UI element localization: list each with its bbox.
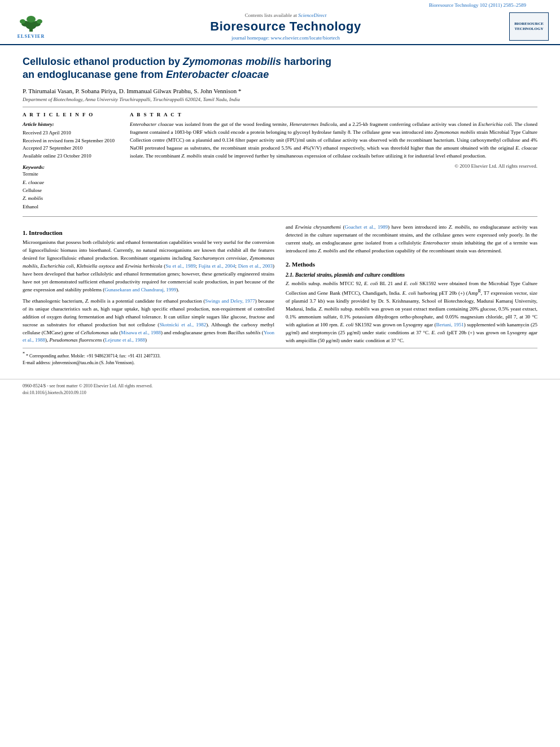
abstract-italic-start: Enterobacter cloacae (130, 121, 174, 127)
keywords-list: Termite E. cloacae Cellulose Z. mobilis … (23, 170, 119, 211)
accepted-row: Accepted 27 September 2010 (23, 145, 119, 152)
abstract-header: A B S T R A C T (130, 112, 537, 117)
page-footer: 0960-8524/$ - see front matter © 2010 El… (0, 379, 560, 400)
ref-gun1999: Gunasekaran and Chandraraj, 1999 (104, 287, 176, 292)
available-row: Available online 23 October 2010 (23, 152, 119, 160)
journal-main-title: Bioresource Technology (62, 19, 509, 34)
affiliation-line: Department of Biotechnology, Anna Univer… (23, 97, 537, 102)
keyword-3: Cellulose (23, 186, 119, 194)
keyword-5: Ethanol (23, 203, 119, 211)
divider-2 (23, 216, 537, 217)
elsevier-text: ELSEVIER (18, 34, 45, 39)
article-info-col: A R T I C L E I N F O Article history: R… (23, 112, 119, 211)
copyright-line: © 2010 Elsevier Ltd. All rights reserved… (130, 163, 537, 169)
methods-title: Methods (292, 261, 315, 268)
footnote-corresponding: * Corresponding author. Mobile: +91 9486… (26, 353, 161, 359)
ref-fujita2004: Fujita et al., 2004 (199, 263, 235, 269)
sciencedirect-line: Contents lists available at ScienceDirec… (62, 12, 509, 18)
methods-section-title: 2. Methods (286, 261, 537, 268)
revised-row: Received in revised form 24 September 20… (23, 137, 119, 145)
ref-lejeune1988: Lejeune et al., 1988 (105, 337, 145, 343)
footnote-star-symbol: * (23, 351, 25, 356)
footnote-star-line: * * Corresponding author. Mobile: +91 94… (23, 351, 537, 360)
ref-su1989: Su et al., 1989 (165, 263, 195, 269)
sciencedirect-link: ScienceDirect (298, 12, 326, 18)
page-container: Bioresource Technology 102 (2011) 2585–2… (0, 0, 560, 747)
footnote-email-line: E-mail address: johnvennison@tau.edu.in … (23, 360, 537, 366)
ref-dien2003: Dien et al., 2003 (238, 263, 273, 269)
bioresource-logo-text: BIORESOURCETECHNOLOGY (514, 21, 544, 32)
methods-num: 2. (286, 261, 290, 268)
intro-title: Introduction (29, 229, 63, 236)
journal-homepage: journal homepage: www.elsevier.com/locat… (62, 35, 509, 41)
title-part2: harboring (281, 56, 331, 67)
title-part1: Cellulosic ethanol production by (23, 56, 183, 67)
body-right-col: and Erwinia chrysanthemi (Goachet et al.… (286, 224, 537, 344)
bacterial-subsection-title: 2.1. Bacterial strains, plasmids and cul… (286, 272, 537, 278)
abstract-col: A B S T R A C T Enterobacter cloacae was… (130, 112, 537, 211)
ref-swings1977: Swings and Deley, 1977 (205, 298, 255, 304)
intro-para1: Microorganisms that possess both cellulo… (23, 239, 274, 294)
title-line2-part1: an endoglucanase gene from (23, 69, 166, 80)
citation-text: Bioresource Technology 102 (2011) 2585–2… (429, 2, 526, 8)
authors-text: P. Thirumalai Vasan, P. Sobana Piriya, D… (23, 88, 241, 94)
right-para-continuation: and Erwinia chrysanthemi (Goachet et al.… (286, 224, 537, 255)
article-info-abstract-cols: A R T I C L E I N F O Article history: R… (23, 112, 537, 211)
ref-goachet1989: Goachet et al., 1989 (344, 224, 387, 230)
ref-skotnicki1982: Skotnicki et al., 1982 (159, 322, 206, 327)
history-label: Article history: (23, 121, 119, 129)
title-italic: Zymomonas mobilis (183, 56, 281, 67)
article-info-header: A R T I C L E I N F O (23, 112, 119, 117)
intro-section-title: 1. Introduction (23, 229, 274, 236)
elsevier-logo: ELSEVIER (11, 12, 51, 41)
ref-bertani1951: Bertani, 1951 (436, 322, 463, 327)
keywords-section: Keywords: Termite E. cloacae Cellulose Z… (23, 164, 119, 211)
body-left-col: 1. Introduction Microorganisms that poss… (23, 224, 274, 344)
elsevier-tree-icon (17, 15, 45, 33)
divider-1 (23, 107, 537, 107)
journal-title-block: Contents lists available at ScienceDirec… (62, 12, 509, 41)
body-cols: 1. Introduction Microorganisms that poss… (23, 224, 537, 344)
keywords-label: Keywords: (23, 164, 119, 170)
svg-point-4 (20, 19, 25, 24)
bioresource-logo-box: BIORESOURCETECHNOLOGY (509, 12, 549, 41)
journal-top-bar: ELSEVIER Contents lists available at Sci… (0, 9, 560, 45)
article-content: Cellulosic ethanol production by Zymomon… (0, 45, 560, 372)
sciencedirect-prefix: Contents lists available at (245, 12, 297, 18)
article-title: Cellulosic ethanol production by Zymomon… (23, 55, 537, 82)
authors-line: P. Thirumalai Vasan, P. Sobana Piriya, D… (23, 88, 537, 94)
keyword-1: Termite (23, 170, 119, 178)
bacterial-text: Z. mobilis subsp. mobilis MTCC 92, E. co… (286, 280, 537, 345)
journal-homepage-link: journal homepage: www.elsevier.com/locat… (231, 35, 340, 41)
keyword-4: Z. mobilis (23, 194, 119, 202)
title-line2-italic: Enterobacter cloacae (166, 69, 269, 80)
footnote-block: * * Corresponding author. Mobile: +91 94… (23, 348, 537, 366)
svg-point-5 (37, 19, 42, 24)
journal-citation: Bioresource Technology 102 (2011) 2585–2… (0, 0, 560, 9)
svg-point-6 (27, 16, 36, 23)
intro-num: 1. (23, 229, 27, 236)
abstract-text: Enterobacter cloacae was isolated from t… (130, 121, 537, 160)
ref-misawa1988: Misawa et al., 1988 (121, 330, 161, 335)
received-row: Received 23 April 2010 (23, 129, 119, 137)
keyword-2: E. cloacae (23, 178, 119, 186)
footer-doi: doi:10.1016/j.biortech.2010.09.110 (23, 390, 537, 396)
article-info-block: Article history: Received 23 April 2010 … (23, 121, 119, 160)
footer-issn: 0960-8524/$ - see front matter © 2010 El… (23, 383, 537, 390)
intro-para2: The ethanologenic bacterium, Z. mobilis … (23, 298, 274, 345)
